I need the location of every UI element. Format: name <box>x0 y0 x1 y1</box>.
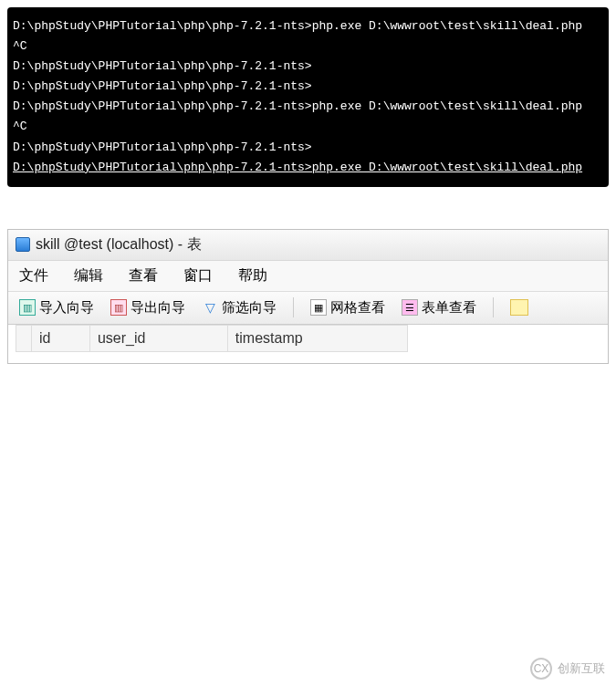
menu-file[interactable]: 文件 <box>19 266 48 286</box>
import-wizard-button[interactable]: ▥ 导入向导 <box>16 297 98 318</box>
terminal-line: D:\phpStudy\PHPTutorial\php\php-7.2.1-nt… <box>13 16 603 36</box>
grid-icon: ▦ <box>310 299 327 316</box>
form-icon: ☰ <box>402 299 418 316</box>
terminal-line: D:\phpStudy\PHPTutorial\php\php-7.2.1-nt… <box>13 97 603 117</box>
menu-edit[interactable]: 编辑 <box>74 266 103 286</box>
menu-view[interactable]: 查看 <box>129 266 158 286</box>
terminal-line: D:\phpStudy\PHPTutorial\php\php-7.2.1-nt… <box>13 158 603 178</box>
note-icon <box>510 299 528 316</box>
col-user-id[interactable]: user_id <box>89 325 227 351</box>
data-grid[interactable]: id user_id timestamp <box>8 325 608 363</box>
export-icon: ▥ <box>110 299 127 316</box>
terminal-line: ^C <box>13 117 603 137</box>
terminal-line: D:\phpStudy\PHPTutorial\php\php-7.2.1-nt… <box>13 138 603 158</box>
export-wizard-button[interactable]: ▥ 导出向导 <box>107 297 189 318</box>
toolbar-separator <box>293 297 294 317</box>
col-id[interactable]: id <box>32 325 90 351</box>
import-label: 导入向导 <box>39 299 94 317</box>
export-label: 导出向导 <box>131 299 185 317</box>
terminal-window[interactable]: D:\phpStudy\PHPTutorial\php\php-7.2.1-nt… <box>7 7 609 187</box>
formview-label: 表单查看 <box>422 299 476 317</box>
titlebar[interactable]: skill @test (localhost) - 表 <box>8 230 608 261</box>
menu-window[interactable]: 窗口 <box>183 266 213 286</box>
form-view-button[interactable]: ☰ 表单查看 <box>398 297 480 318</box>
header-row: id user_id timestamp <box>16 325 408 351</box>
menubar: 文件 编辑 查看 窗口 帮助 <box>8 261 608 292</box>
filter-icon: ▽ <box>202 299 218 316</box>
table-icon <box>16 237 30 252</box>
note-button[interactable] <box>506 297 532 317</box>
gridview-label: 网格查看 <box>330 299 385 317</box>
toolbar-separator <box>493 297 494 317</box>
filter-wizard-button[interactable]: ▽ 筛选向导 <box>198 297 280 318</box>
terminal-line: D:\phpStudy\PHPTutorial\php\php-7.2.1-nt… <box>13 77 603 97</box>
row-indicator-header <box>16 325 32 351</box>
menu-help[interactable]: 帮助 <box>238 266 267 286</box>
grid-view-button[interactable]: ▦ 网格查看 <box>307 297 389 318</box>
terminal-line: D:\phpStudy\PHPTutorial\php\php-7.2.1-nt… <box>13 57 603 77</box>
toolbar: ▥ 导入向导 ▥ 导出向导 ▽ 筛选向导 ▦ 网格查看 ☰ 表单查看 <box>8 292 608 325</box>
import-icon: ▥ <box>19 299 36 316</box>
filter-label: 筛选向导 <box>222 299 277 317</box>
window-title: skill @test (localhost) - 表 <box>36 235 202 255</box>
terminal-line: ^C <box>13 36 603 57</box>
col-timestamp[interactable]: timestamp <box>227 325 407 351</box>
db-table-window: skill @test (localhost) - 表 文件 编辑 查看 窗口 … <box>7 229 609 364</box>
